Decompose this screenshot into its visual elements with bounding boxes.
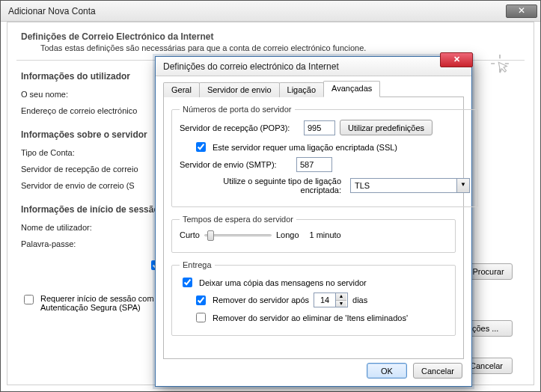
label-incoming-server: Servidor de recepção de correio: [21, 165, 148, 174]
remove-on-delete-checkbox[interactable]: [196, 313, 206, 322]
tab-advanced[interactable]: Avançadas: [323, 81, 380, 97]
timeout-value: 1 minuto: [310, 230, 341, 239]
spinner-up-icon[interactable]: ▲: [336, 293, 346, 301]
ssl-checkbox[interactable]: [196, 142, 206, 152]
dialog-title: Definições do correio electrónico da Int…: [163, 61, 467, 72]
group-server-timeout: Tempos de espera do servidor Curto Longo…: [171, 215, 456, 253]
spa-label: Requerer início de sessão com Autenticaç…: [40, 294, 160, 312]
label-your-name: O seu nome:: [21, 90, 148, 99]
parent-window-title: Adicionar Nova Conta: [8, 6, 504, 16]
group-server-ports: Números de porta do servidor Servidor de…: [171, 105, 478, 207]
remove-after-label: Remover do servidor após: [213, 295, 309, 304]
smtp-port-input[interactable]: [296, 157, 332, 172]
label-smtp: Servidor de envio (SMTP):: [180, 160, 292, 169]
dialog-button-row: OK Cancelar: [367, 363, 462, 379]
label-short: Curto: [180, 230, 200, 239]
wizard-subtitle: Todas estas definições são necessárias p…: [40, 43, 520, 52]
spinner-down-icon[interactable]: ▼: [336, 301, 346, 307]
pop3-port-input[interactable]: [304, 120, 335, 135]
dialog-titlebar: Definições do correio electrónico da Int…: [156, 57, 471, 76]
cancel-button[interactable]: Cancelar: [413, 363, 462, 379]
remove-after-checkbox[interactable]: [196, 295, 206, 305]
leave-copy-checkbox[interactable]: [183, 278, 192, 287]
group-timeout-label: Tempos de espera do servidor: [180, 215, 296, 224]
spa-checkbox[interactable]: [24, 295, 34, 304]
parent-titlebar: Adicionar Nova Conta ✕: [1, 1, 540, 22]
days-spinner[interactable]: ▲▼: [314, 293, 348, 307]
group-server-ports-label: Números de porta do servidor: [180, 105, 295, 114]
label-outgoing-server: Servidor de envio de correio (S: [21, 181, 148, 190]
label-long: Longo: [276, 230, 299, 239]
tab-strip: Geral Servidor de envio Ligação Avançada…: [163, 81, 464, 97]
encryption-type-value: TLS: [351, 181, 456, 190]
days-suffix: dias: [352, 295, 367, 304]
label-pop3: Servidor de recepção (POP3):: [180, 123, 299, 132]
label-encryption-type: Utilize o seguinte tipo de ligação encri…: [189, 177, 346, 195]
use-defaults-button[interactable]: Utilizar predefinições: [340, 120, 433, 135]
chevron-down-icon: ▼: [456, 179, 469, 192]
internet-email-settings-dialog: Definições do correio electrónico da Int…: [155, 56, 472, 387]
encryption-type-combo[interactable]: TLS ▼: [350, 178, 470, 193]
tab-general[interactable]: Geral: [163, 82, 200, 97]
group-delivery: Entrega Deixar uma cópia das mensagens n…: [171, 260, 456, 336]
label-account-type: Tipo de Conta:: [21, 148, 148, 157]
timeout-slider[interactable]: [204, 230, 272, 240]
ssl-label: Este servidor requer uma ligação encript…: [213, 143, 397, 152]
wizard-title: Definições de Correio Electrónico da Int…: [21, 31, 520, 42]
label-password: Palavra-passe:: [21, 239, 148, 248]
tab-panel-advanced: Números de porta do servidor Servidor de…: [163, 97, 464, 359]
tab-connection[interactable]: Ligação: [279, 82, 325, 97]
parent-close-button[interactable]: ✕: [506, 4, 537, 18]
dialog-close-button[interactable]: ✕: [440, 52, 473, 67]
ok-button[interactable]: OK: [367, 363, 407, 379]
remove-on-delete-label: Remover do servidor ao eliminar de 'Iten…: [213, 313, 408, 322]
wizard-header: Definições de Correio Electrónico da Int…: [21, 31, 520, 52]
leave-copy-label: Deixar uma cópia das mensagens no servid…: [199, 278, 367, 287]
group-delivery-label: Entrega: [180, 260, 215, 269]
days-input[interactable]: [314, 293, 335, 307]
dialog-body: Geral Servidor de envio Ligação Avançada…: [156, 76, 471, 367]
tab-outgoing-server[interactable]: Servidor de envio: [199, 82, 280, 97]
slider-thumb-icon[interactable]: [207, 230, 214, 241]
cursor-click-icon: [487, 51, 513, 76]
label-email: Endereço de correio electrónico: [21, 106, 148, 115]
label-username: Nome de utilizador:: [21, 223, 148, 232]
